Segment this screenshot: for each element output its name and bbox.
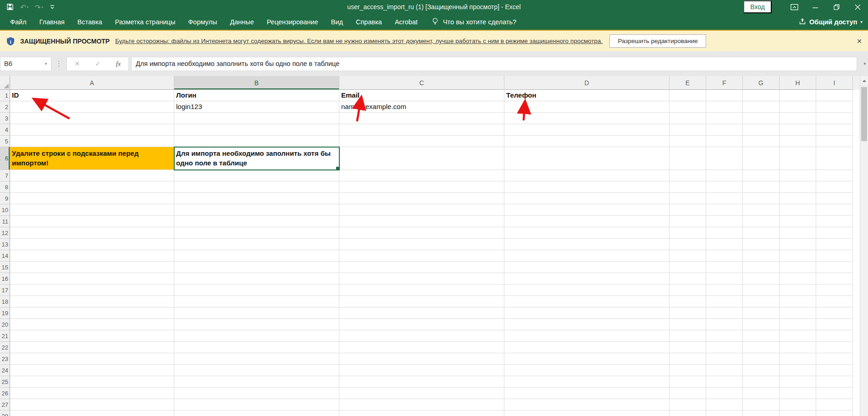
cell-I17[interactable] (816, 285, 853, 296)
cell-E5[interactable] (669, 136, 706, 147)
cell-F25[interactable] (706, 376, 743, 388)
cell-B13[interactable] (174, 239, 339, 250)
cell-A27[interactable] (10, 399, 174, 411)
row-header-9[interactable]: 9 (0, 193, 10, 204)
cell-C6[interactable] (339, 147, 504, 170)
cell-E16[interactable] (669, 273, 706, 285)
cell-I3[interactable] (816, 113, 853, 124)
cell-C26[interactable] (339, 388, 504, 399)
cell-D5[interactable] (504, 136, 669, 147)
cell-I10[interactable] (816, 204, 853, 216)
cell-G8[interactable] (743, 181, 780, 193)
column-header-F[interactable]: F (706, 76, 743, 90)
cell-I19[interactable] (816, 307, 853, 319)
cell-D18[interactable] (504, 296, 669, 307)
cell-G9[interactable] (743, 193, 780, 204)
cell-A12[interactable] (10, 227, 174, 239)
cell-G23[interactable] (743, 353, 780, 365)
ribbon-tab-help[interactable]: Справка (349, 15, 388, 29)
row-header-19[interactable]: 19 (0, 307, 10, 319)
row-header-21[interactable]: 21 (0, 330, 10, 342)
cell-C11[interactable] (339, 216, 504, 227)
cell-A6[interactable]: Удалите строки с подсказками перед импор… (10, 147, 174, 170)
cell-A19[interactable] (10, 307, 174, 319)
row-header-14[interactable]: 14 (0, 250, 10, 262)
cell-C5[interactable] (339, 136, 504, 147)
cell-C12[interactable] (339, 227, 504, 239)
cell-F13[interactable] (706, 239, 743, 250)
cell-F7[interactable] (706, 170, 743, 181)
cell-H13[interactable] (780, 239, 816, 250)
cell-D20[interactable] (504, 319, 669, 330)
row-header-23[interactable]: 23 (0, 353, 10, 365)
cell-G5[interactable] (743, 136, 780, 147)
cell-B28[interactable] (174, 411, 339, 416)
cell-A22[interactable] (10, 342, 174, 353)
share-button[interactable]: Общий доступ ▾ (799, 18, 862, 26)
cell-E21[interactable] (669, 330, 706, 342)
cell-F19[interactable] (706, 307, 743, 319)
cell-C24[interactable] (339, 365, 504, 376)
cell-D23[interactable] (504, 353, 669, 365)
row-header-24[interactable]: 24 (0, 365, 10, 376)
formula-bar-expand-icon[interactable]: ▾ (863, 61, 866, 66)
cell-B5[interactable] (174, 136, 339, 147)
cell-D13[interactable] (504, 239, 669, 250)
cell-D14[interactable] (504, 250, 669, 262)
cell-G2[interactable] (743, 101, 780, 113)
cell-B1[interactable]: Логин (174, 90, 339, 101)
row-header-12[interactable]: 12 (0, 227, 10, 239)
cell-H17[interactable] (780, 285, 816, 296)
row-header-27[interactable]: 27 (0, 399, 10, 411)
cell-H26[interactable] (780, 388, 816, 399)
cell-A11[interactable] (10, 216, 174, 227)
cell-B26[interactable] (174, 388, 339, 399)
row-header-22[interactable]: 22 (0, 342, 10, 353)
cell-I12[interactable] (816, 227, 853, 239)
cell-G25[interactable] (743, 376, 780, 388)
cell-D6[interactable] (504, 147, 669, 170)
cell-A26[interactable] (10, 388, 174, 399)
cell-F27[interactable] (706, 399, 743, 411)
cell-F5[interactable] (706, 136, 743, 147)
cell-I21[interactable] (816, 330, 853, 342)
cell-A24[interactable] (10, 365, 174, 376)
cell-I13[interactable] (816, 239, 853, 250)
cell-E4[interactable] (669, 124, 706, 136)
cell-H28[interactable] (780, 411, 816, 416)
cell-G4[interactable] (743, 124, 780, 136)
cell-D21[interactable] (504, 330, 669, 342)
cell-G22[interactable] (743, 342, 780, 353)
cell-H15[interactable] (780, 262, 816, 273)
cell-A18[interactable] (10, 296, 174, 307)
cell-F6[interactable] (706, 147, 743, 170)
cell-C23[interactable] (339, 353, 504, 365)
cell-B21[interactable] (174, 330, 339, 342)
cell-G1[interactable] (743, 90, 780, 101)
cell-B14[interactable] (174, 250, 339, 262)
cell-C10[interactable] (339, 204, 504, 216)
cell-A17[interactable] (10, 285, 174, 296)
cell-E12[interactable] (669, 227, 706, 239)
row-header-26[interactable]: 26 (0, 388, 10, 399)
cell-D24[interactable] (504, 365, 669, 376)
ribbon-tab-view[interactable]: Вид (325, 15, 349, 29)
cell-E3[interactable] (669, 113, 706, 124)
column-header-D[interactable]: D (504, 76, 669, 90)
cell-F17[interactable] (706, 285, 743, 296)
cell-I22[interactable] (816, 342, 853, 353)
row-header-13[interactable]: 13 (0, 239, 10, 250)
cell-E9[interactable] (669, 193, 706, 204)
cell-B23[interactable] (174, 353, 339, 365)
cell-H2[interactable] (780, 101, 816, 113)
cell-D26[interactable] (504, 388, 669, 399)
cell-H6[interactable] (780, 147, 816, 170)
column-header-I[interactable]: I (816, 76, 853, 90)
ribbon-tab-acrobat[interactable]: Acrobat (388, 15, 424, 29)
cell-I4[interactable] (816, 124, 853, 136)
cell-E2[interactable] (669, 101, 706, 113)
formula-input[interactable]: Для импорта необходимо заполнить хотя бы… (131, 57, 857, 71)
redo-icon[interactable]: ↷ ▾ (35, 4, 43, 11)
cell-I11[interactable] (816, 216, 853, 227)
cell-D1[interactable]: Телефон (504, 90, 669, 101)
